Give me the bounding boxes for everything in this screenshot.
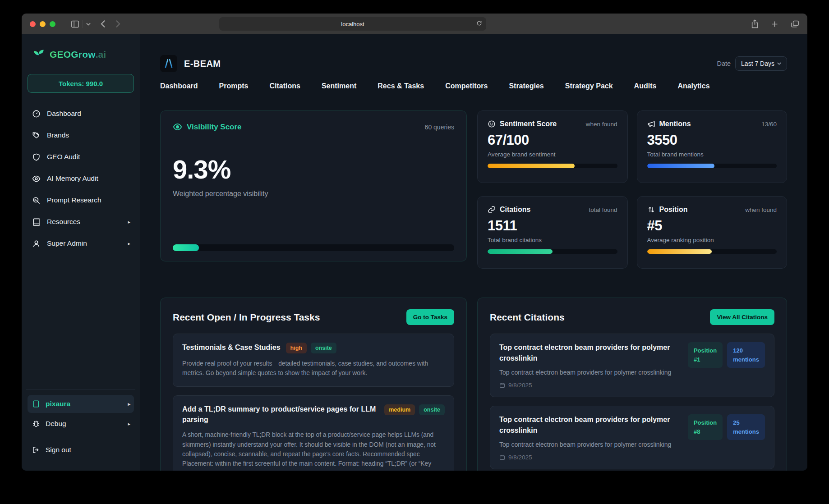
app-root: GEOGrow.ai Tokens: 990.0 Dashboard Brand… — [22, 34, 807, 471]
sidebar-item-label: Brands — [47, 131, 69, 139]
visibility-value: 9.3% — [173, 154, 454, 184]
sidebar-item-ai-memory-audit[interactable]: AI Memory Audit — [28, 168, 134, 189]
card-title: Citations — [500, 206, 530, 214]
sidebar-item-label: Sign out — [46, 446, 71, 454]
logout-icon — [32, 446, 40, 454]
channel-badge: onsite — [419, 404, 445, 415]
date-filter-label: Date — [717, 60, 731, 67]
seedling-icon — [32, 48, 46, 61]
address-bar[interactable]: localhost — [219, 17, 486, 31]
progress-fill — [488, 249, 553, 254]
mentions-card: Mentions 13/60 3550 Total brand mentions — [637, 110, 788, 183]
tab-analytics[interactable]: Analytics — [677, 82, 709, 90]
go-to-tasks-button[interactable]: Go to Tasks — [406, 309, 454, 325]
sidebar-item-prompt-research[interactable]: Prompt Research — [28, 189, 134, 211]
sidebar-item-dashboard[interactable]: Dashboard — [28, 103, 134, 124]
sidebar-item-debug[interactable]: Debug ▸ — [28, 415, 134, 433]
sidebar-item-label: Prompt Research — [47, 196, 101, 204]
citation-subtitle: Top contract electron beam providers for… — [499, 369, 681, 376]
tokens-button[interactable]: Tokens: 990.0 — [28, 74, 134, 93]
browser-toolbar: localhost — [22, 14, 807, 34]
chevron-right-icon: ▸ — [128, 401, 130, 407]
visibility-progress-track — [173, 244, 454, 251]
task-description: A short, machine-friendly TL;DR block at… — [182, 430, 445, 471]
link-icon — [488, 206, 496, 214]
tab-recs-tasks[interactable]: Recs & Tasks — [378, 82, 424, 90]
calendar-icon — [499, 454, 505, 460]
task-title: Add a TL;DR summary to product/service p… — [182, 404, 379, 425]
new-tab-icon[interactable] — [771, 20, 778, 28]
citations-card: Citations total found 1511 Total brand c… — [477, 196, 628, 269]
mentions-badge: 25 mentions — [727, 414, 765, 440]
tab-strategies[interactable]: Strategies — [509, 82, 543, 90]
tab-dashboard[interactable]: Dashboard — [160, 82, 198, 90]
citation-item[interactable]: Top contract electron beam providers for… — [490, 334, 774, 397]
progress-track — [488, 249, 617, 254]
card-title: Visibility Score — [187, 123, 242, 132]
card-hint: total found — [589, 206, 617, 213]
sidebar-item-label: Resources — [47, 218, 80, 226]
sidebar-item-sign-out[interactable]: Sign out — [28, 441, 134, 459]
beam-icon — [160, 55, 177, 72]
chevron-right-icon: ▸ — [128, 421, 130, 427]
tab-overview-icon[interactable] — [791, 20, 799, 28]
sidebar-item-brands[interactable]: Brands — [28, 124, 134, 146]
sidebar-item-super-admin[interactable]: Super Admin ▸ — [28, 233, 134, 254]
back-button[interactable] — [101, 20, 106, 28]
reload-icon[interactable] — [476, 20, 482, 27]
tab-strategy-pack[interactable]: Strategy Pack — [565, 82, 613, 90]
date-range-value: Last 7 Days — [741, 60, 774, 67]
brand-suffix: .ai — [96, 49, 106, 60]
sidebar-nav: Dashboard Brands GEO Audit — [28, 103, 134, 254]
tags-icon — [32, 131, 41, 140]
tab-citations[interactable]: Citations — [269, 82, 300, 90]
citation-item[interactable]: Top contract electron beam providers for… — [490, 406, 774, 469]
address-bar-url: localhost — [341, 21, 364, 27]
sidebar-item-label: Super Admin — [47, 239, 87, 247]
progress-fill — [647, 164, 715, 168]
mentions-badge: 120 mentions — [727, 342, 765, 368]
card-title: Sentiment Score — [500, 120, 557, 128]
minimize-window-button[interactable] — [40, 21, 46, 27]
visibility-progress-fill — [173, 244, 199, 251]
task-description: Provide real proof of your results—detai… — [182, 359, 445, 378]
share-icon[interactable] — [751, 19, 759, 28]
citation-date: 9/8/2025 — [508, 382, 532, 389]
tab-bar: Dashboard Prompts Citations Sentiment Re… — [160, 82, 787, 98]
view-all-citations-button[interactable]: View All Citations — [710, 309, 774, 325]
close-window-button[interactable] — [30, 21, 36, 27]
stat-subtitle: Average brand sentiment — [488, 151, 617, 158]
tab-sentiment[interactable]: Sentiment — [322, 82, 356, 90]
bug-icon — [32, 420, 40, 428]
divider — [26, 389, 135, 389]
stat-subtitle: Total brand mentions — [647, 151, 777, 158]
calendar-icon — [499, 382, 505, 388]
citation-title: Top contract electron beam providers for… — [499, 414, 681, 436]
sidebar-item-resources[interactable]: Resources ▸ — [28, 211, 134, 233]
zoom-window-button[interactable] — [50, 21, 55, 27]
date-filter: Date Last 7 Days — [717, 56, 787, 71]
section-title: Recent Open / In Progress Tasks — [173, 312, 320, 323]
sidebar-toggle-icon[interactable] — [71, 20, 79, 28]
citation-date: 9/8/2025 — [508, 454, 532, 461]
tab-prompts[interactable]: Prompts — [219, 82, 249, 90]
user-icon — [32, 239, 41, 248]
task-item[interactable]: Testimonials & Case Studies high onsite … — [173, 334, 454, 387]
chevron-right-icon: ▸ — [128, 241, 130, 247]
card-hint: when found — [745, 206, 777, 213]
tab-audits[interactable]: Audits — [634, 82, 657, 90]
tab-competitors[interactable]: Competitors — [445, 82, 488, 90]
sidebar: GEOGrow.ai Tokens: 990.0 Dashboard Brand… — [22, 34, 140, 471]
channel-badge: onsite — [311, 343, 336, 353]
sidebar-item-geo-audit[interactable]: GEO Audit — [28, 146, 134, 168]
brand-name: GEOGrow — [50, 49, 96, 60]
task-item[interactable]: Add a TL;DR summary to product/service p… — [173, 395, 454, 471]
citation-subtitle: Top contract electron beam providers for… — [499, 441, 681, 448]
app-logo: GEOGrow.ai — [32, 48, 134, 61]
chevron-down-icon[interactable] — [86, 23, 91, 26]
progress-fill — [647, 249, 712, 254]
sidebar-item-pixaura[interactable]: pixaura ▸ — [28, 395, 134, 413]
forward-button — [115, 20, 120, 28]
date-range-select[interactable]: Last 7 Days — [735, 56, 787, 71]
position-card: Position when found #5 Average ranking p… — [637, 196, 788, 269]
